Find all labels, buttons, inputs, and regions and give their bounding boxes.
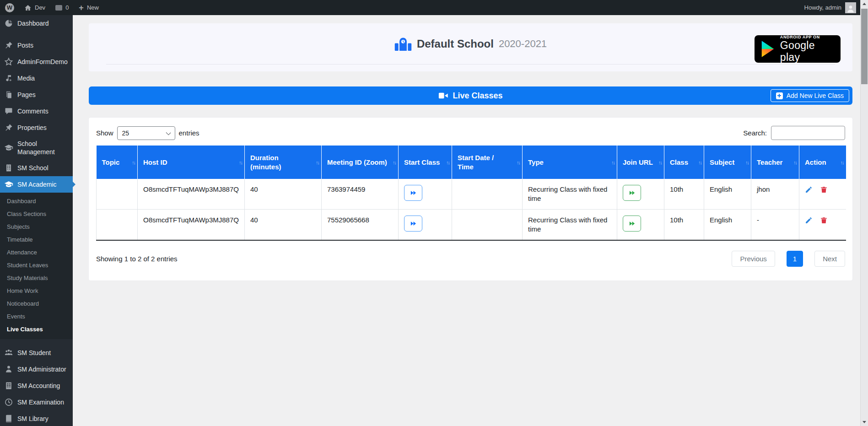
dashboard-icon (4, 19, 13, 28)
submenu-item-dashboard[interactable]: Dashboard (0, 195, 73, 208)
fast-forward-icon (410, 220, 417, 227)
vertical-scrollbar[interactable] (860, 0, 868, 426)
show-label: Show (96, 129, 113, 137)
column-header-type[interactable]: Type↑↓ (523, 146, 617, 179)
submenu-item-study-materials[interactable]: Study Materials (0, 272, 73, 285)
comment-icon (4, 107, 13, 116)
entries-info: Showing 1 to 2 of 2 entries (96, 255, 178, 263)
sort-icon: ↑↓ (393, 158, 396, 167)
edit-pencil-icon[interactable] (805, 186, 813, 194)
submenu-item-class-sections[interactable]: Class Sections (0, 208, 73, 221)
avatar[interactable] (845, 2, 856, 13)
start-class-button[interactable] (404, 185, 422, 201)
sidebar-item-label: AdminFormDemo (17, 58, 68, 66)
fast-forward-icon (629, 220, 636, 227)
sidebar-item-school-management[interactable]: School Management (0, 136, 73, 160)
howdy-text[interactable]: Howdy, admin (804, 4, 841, 11)
sidebar-item-comments[interactable]: Comments (0, 103, 73, 119)
submenu-item-events[interactable]: Events (0, 310, 73, 323)
sort-icon: ↑↓ (793, 158, 797, 167)
video-camera-icon (438, 92, 448, 100)
add-new-live-class-button[interactable]: Add New Live Class (771, 89, 849, 102)
column-header-duration[interactable]: Duration (minutes)↑↓ (245, 146, 322, 179)
column-header-meeting-id[interactable]: Meeting ID (Zoom)↑↓ (322, 146, 399, 179)
wordpress-logo-icon: W (5, 3, 14, 12)
page-number-button[interactable]: 1 (787, 251, 803, 267)
column-header-join-url[interactable]: Join URL↑↓ (617, 146, 664, 179)
column-header-host-id[interactable]: Host ID↑↓ (138, 146, 245, 179)
sidebar-item-sm-library[interactable]: SM Library (0, 410, 73, 426)
sidebar-item-label: SM Administrator (17, 365, 66, 373)
scrollbar-thumb[interactable] (861, 9, 868, 84)
scrollbar-down-icon[interactable] (861, 418, 868, 426)
wp-logo-menu[interactable]: W (0, 0, 19, 15)
join-url-button[interactable] (623, 216, 641, 232)
clock-icon (4, 398, 13, 407)
site-link[interactable]: Dev (19, 0, 50, 15)
submenu-item-timetable[interactable]: Timetable (0, 233, 73, 246)
google-play-text: ANDROID APP ON Google play (780, 35, 834, 63)
sidebar-item-sm-accounting[interactable]: SM Accounting (0, 377, 73, 394)
sidebar-item-sm-school[interactable]: SM School (0, 160, 73, 176)
column-header-subject[interactable]: Subject↑↓ (704, 146, 751, 179)
spreadsheet-icon (4, 381, 13, 390)
sidebar-item-sm-academic[interactable]: SM Academic (0, 176, 73, 193)
start-class-button[interactable] (404, 216, 422, 232)
sort-icon: ↑↓ (446, 158, 449, 167)
school-building-icon (394, 36, 412, 52)
search-label: Search: (743, 129, 767, 137)
plus-square-icon (776, 92, 783, 99)
sidebar-item-sm-student[interactable]: SM Student (0, 345, 73, 361)
edit-pencil-icon[interactable] (805, 216, 813, 224)
column-header-start-date-time[interactable]: Start Date / Time↑↓ (452, 146, 523, 179)
cell-action (799, 210, 846, 241)
sidebar-item-sm-administrator[interactable]: SM Administrator (0, 361, 73, 377)
sidebar-item-label: SM Examination (17, 398, 64, 406)
admin-bar-right: Howdy, admin (804, 0, 868, 15)
sidebar-item-pages[interactable]: Pages (0, 86, 73, 103)
sidebar-item-properties[interactable]: Properties (0, 119, 73, 136)
groups-icon (4, 348, 13, 357)
sidebar-item-posts[interactable]: Posts (0, 37, 73, 54)
play-badge-caption: ANDROID APP ON (780, 35, 834, 39)
cell-type: Recurring Class with fixed time (523, 179, 617, 210)
pin-icon (4, 123, 13, 132)
sidebar-item-dashboard[interactable]: Dashboard (0, 15, 73, 32)
column-header-teacher[interactable]: Teacher↑↓ (751, 146, 799, 179)
join-url-button[interactable] (623, 185, 641, 201)
table-footer: Showing 1 to 2 of 2 entries Previous 1 N… (96, 251, 845, 267)
sidebar-item-sm-examination[interactable]: SM Examination (0, 394, 73, 410)
next-page-button[interactable]: Next (814, 251, 845, 267)
sidebar-item-label: Media (17, 74, 35, 82)
search-input[interactable] (771, 126, 845, 140)
submenu-item-live-classes[interactable]: Live Classes (0, 323, 73, 336)
sidebar-item-label: Dashboard (17, 19, 49, 27)
submenu-item-subjects[interactable]: Subjects (0, 221, 73, 233)
previous-page-button[interactable]: Previous (732, 251, 775, 267)
sidebar-item-label: SM Student (17, 349, 51, 357)
google-play-badge[interactable]: ANDROID APP ON Google play (755, 35, 841, 63)
entries-per-page-select[interactable]: 25 (117, 126, 175, 140)
new-content-menu[interactable]: + New (74, 0, 104, 15)
admin-layout: Dashboard Posts AdminFormDemo Media Page… (0, 15, 868, 426)
submenu-item-home-work[interactable]: Home Work (0, 285, 73, 297)
graduation-cap-icon (4, 143, 13, 152)
submenu-item-noticeboard[interactable]: Noticeboard (0, 297, 73, 310)
submenu-item-attendance[interactable]: Attendance (0, 246, 73, 259)
sidebar-item-media[interactable]: Media (0, 70, 73, 86)
sidebar-item-label: SM Academic (17, 180, 57, 189)
comments-menu[interactable]: 0 (50, 0, 74, 15)
sidebar-item-adminformdemo[interactable]: AdminFormDemo (0, 54, 73, 70)
cell-host-id: O8smcdTFTuqMAWp3MJ887Q (138, 210, 245, 241)
delete-trash-icon[interactable] (820, 186, 828, 194)
delete-trash-icon[interactable] (820, 216, 828, 224)
submenu-item-student-leaves[interactable]: Student Leaves (0, 259, 73, 272)
school-title-row: Default School 2020-2021 (101, 34, 841, 54)
column-header-action[interactable]: Action↑↓ (799, 146, 846, 179)
column-header-class[interactable]: Class↑↓ (664, 146, 704, 179)
cell-meeting-id: 7363974459 (322, 179, 399, 210)
book-icon (4, 414, 13, 423)
column-header-start-class[interactable]: Start Class↑↓ (399, 146, 452, 179)
column-header-topic[interactable]: Topic↑↓ (97, 146, 138, 179)
scrollbar-up-icon[interactable] (861, 0, 868, 8)
